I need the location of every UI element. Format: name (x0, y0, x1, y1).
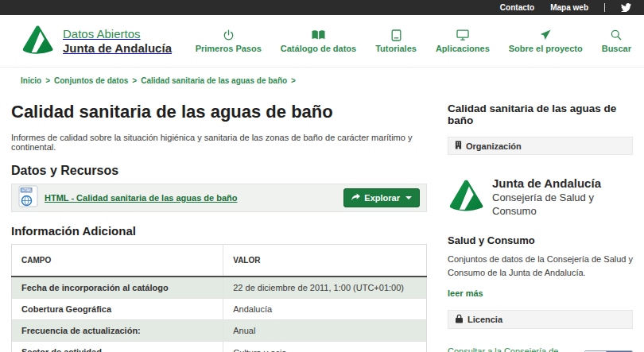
field-label: Frecuencia de actualización: (12, 320, 223, 342)
html-badge-label: HTML (21, 188, 32, 192)
nav-label: Tutoriales (375, 44, 417, 53)
field-label: Sector de actividad (12, 342, 223, 352)
table-header-valor: VALOR (223, 245, 427, 277)
open-book-icon (312, 29, 325, 41)
resources-heading: Datos y Recursos (11, 164, 427, 178)
building-icon (455, 141, 462, 151)
twitter-icon (621, 3, 631, 12)
organization-name: Salud y Consumo (448, 234, 633, 246)
organization-heading: Organización (466, 141, 522, 151)
nav-item-sobre-el-proyecto[interactable]: Sobre el proyecto (509, 29, 583, 53)
contact-link[interactable]: Contacto (500, 3, 534, 12)
nav-item-tutoriales[interactable]: Tutoriales (375, 29, 417, 53)
org-logo-line1: Junta de Andalucía (492, 176, 633, 191)
table-row: Frecuencia de actualización: Anual (12, 320, 427, 342)
organization-logo-text: Junta de Andalucía Consejería de Salud y… (492, 176, 633, 218)
license-section-header: Licencia (448, 310, 633, 329)
license-heading: Licencia (467, 315, 502, 324)
breadcrumb-item-current[interactable]: Calidad sanitaria de las aguas de baño (141, 76, 287, 85)
field-value: Anual (223, 320, 427, 342)
field-value: 22 de diciembre de 2011, 1:00 (UTC+01:00… (223, 277, 427, 299)
nav-label: Sobre el proyecto (509, 44, 583, 53)
table-header-campo: CAMPO (12, 245, 223, 277)
nav-item-buscar[interactable]: Buscar (602, 29, 631, 53)
license-row: Consultar a la Consejería de Salud OPEN … (448, 346, 633, 352)
org-logo-line2: Consejería de Salud y Consumo (492, 191, 633, 218)
site-logo[interactable]: Datos Abiertos Junta de Andalucía (21, 24, 172, 59)
share-arrow-icon (351, 193, 360, 203)
explore-button-label: Explorar (364, 193, 400, 203)
nav-item-primeros-pasos[interactable]: Primeros Pasos (196, 29, 262, 53)
nav-label: Buscar (602, 44, 631, 53)
lock-icon (455, 314, 464, 325)
sidebar-dataset-title: Calidad sanitaria de las aguas de baño (448, 103, 633, 126)
nav-item-aplicaciones[interactable]: Aplicaciones (436, 29, 490, 53)
brand-line1: Datos Abiertos (63, 27, 172, 41)
breadcrumb-item-inicio[interactable]: Inicio (21, 76, 41, 85)
breadcrumb: Inicio>Conjuntos de datos>Calidad sanita… (0, 68, 644, 92)
resource-link[interactable]: HTML - Calidad sanitaria de las aguas de… (45, 193, 343, 203)
table-row: Cobertura Geográfica Andalucía (12, 299, 427, 320)
additional-info-heading: Información Adicional (11, 224, 427, 238)
top-utility-bar: Contacto Mapa web (0, 0, 644, 15)
page-title: Calidad sanitaria de las aguas de baño (11, 102, 427, 122)
nav-item-catalogo-de-datos[interactable]: Catálogo de datos (281, 29, 356, 53)
sidebar: Calidad sanitaria de las aguas de baño O… (448, 95, 633, 352)
paper-plane-icon (540, 29, 551, 41)
field-label: Cobertura Geográfica (12, 299, 223, 320)
brand-text: Datos Abiertos Junta de Andalucía (63, 27, 172, 56)
junta-a-logo-icon (21, 24, 56, 59)
license-link[interactable]: Consultar a la Consejería de Salud (448, 346, 580, 352)
explore-button[interactable]: Explorar (343, 188, 420, 207)
html-file-icon: HTML (18, 185, 38, 211)
chevron-right-icon: > (291, 76, 296, 85)
chevron-right-icon: > (132, 76, 137, 85)
main-column: Calidad sanitaria de las aguas de baño I… (11, 95, 427, 352)
table-row: Fecha de incorporación al catálogo 22 de… (12, 277, 427, 299)
field-label: Fecha de incorporación al catálogo (12, 277, 223, 299)
monitor-icon (456, 29, 469, 41)
sitemap-link[interactable]: Mapa web (550, 3, 588, 12)
journal-icon (391, 29, 402, 41)
caret-down-icon (405, 196, 412, 199)
content-area: Calidad sanitaria de las aguas de baño I… (0, 92, 644, 352)
nav-label: Catálogo de datos (281, 44, 356, 53)
power-icon (223, 29, 235, 41)
breadcrumb-item-conjuntos[interactable]: Conjuntos de datos (54, 76, 128, 85)
brand-line2: Junta de Andalucía (63, 41, 172, 56)
field-value: Cultura y ocio Medio ambiente Salud (223, 342, 427, 352)
organization-description: Conjuntos de datos de la Consejería de S… (448, 253, 633, 280)
additional-info-table: CAMPO VALOR Fecha de incorporación al ca… (11, 244, 427, 352)
divider (604, 3, 605, 12)
table-row: Sector de actividad Cultura y ocio Medio… (12, 342, 427, 352)
junta-a-logo-icon (448, 178, 486, 216)
site-header: Datos Abiertos Junta de Andalucía Primer… (0, 15, 644, 68)
nav-label: Aplicaciones (436, 44, 490, 53)
main-nav: Primeros Pasos Catálogo de datos Tutoria… (196, 29, 631, 53)
organization-section-header: Organización (448, 137, 633, 155)
resource-row[interactable]: HTML HTML - Calidad sanitaria de las agu… (11, 184, 427, 212)
nav-label: Primeros Pasos (196, 44, 262, 53)
sector-value-line: Cultura y ocio (233, 347, 417, 352)
chevron-right-icon: > (45, 76, 50, 85)
read-more-link[interactable]: leer más (448, 288, 483, 298)
search-icon (611, 29, 622, 41)
field-value: Andalucía (223, 299, 427, 320)
organization-logo-block: Junta de Andalucía Consejería de Salud y… (448, 176, 633, 218)
dataset-description: Informes de calidad sobre la situación h… (11, 133, 427, 152)
twitter-link[interactable] (621, 3, 631, 12)
